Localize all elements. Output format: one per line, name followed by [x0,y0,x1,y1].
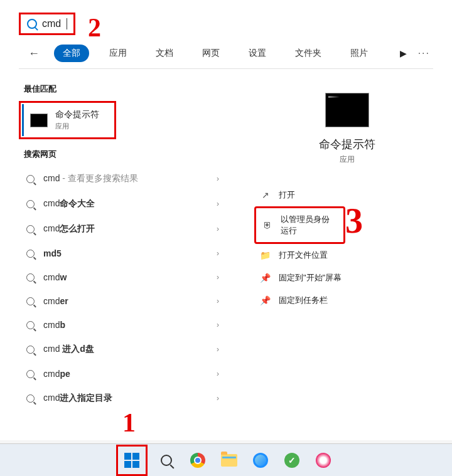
filter-tabs: ← 全部 应用 文档 网页 设置 文件夹 照片 ▶ ··· [0,45,452,68]
result-text: cmd怎么打开 [43,223,95,235]
shield-icon: ⛨ [262,221,272,230]
action-label: 固定到任务栏 [279,295,328,306]
taskbar-security[interactable]: ✓ [279,448,304,473]
best-match-item[interactable]: 命令提示符 应用 [19,101,116,139]
search-icon [26,394,35,403]
search-input[interactable]: cmd [42,18,67,29]
taskbar-search[interactable] [154,448,179,473]
result-text: cmdw [43,272,67,282]
preview-app-icon [325,93,369,127]
chevron-right-icon: › [217,345,219,354]
action-label: 固定到"开始"屏幕 [279,272,342,283]
divider [19,68,433,69]
back-arrow-icon[interactable]: ← [28,47,40,60]
chevron-right-icon: › [217,199,219,208]
search-result-row[interactable]: cmd怎么打开› [19,216,235,241]
taskbar-chrome[interactable] [185,448,210,473]
search-result-row[interactable]: md5› [19,241,235,265]
action-pin-start[interactable]: 📌 固定到"开始"屏幕 [254,267,439,289]
action-run-as-admin[interactable]: ⛨ 以管理员身份运行 [254,206,345,244]
search-icon [26,273,35,282]
tab-apps[interactable]: 应用 [100,45,136,62]
search-icon [26,321,35,329]
folder-icon: 📁 [261,251,270,260]
section-web-search: 搜索网页 [19,149,235,160]
cortana-icon [316,453,331,468]
search-result-row[interactable]: cmdb› [19,313,235,337]
best-match-sub: 应用 [55,122,99,131]
tab-folders[interactable]: 文件夹 [286,45,330,62]
windows-logo-icon [124,453,139,468]
search-icon [26,200,35,208]
tab-settings[interactable]: 设置 [240,45,275,62]
taskbar: ✓ [0,443,452,476]
pin-icon: 📌 [261,273,270,283]
more-icon[interactable]: ··· [418,48,430,59]
preview-title: 命令提示符 [254,137,439,152]
tab-all[interactable]: 全部 [54,45,89,62]
result-text: cmdpe [43,369,70,379]
chevron-right-icon: › [217,273,219,282]
chevron-right-icon: › [217,369,219,378]
search-result-row[interactable]: cmdw› [19,265,235,289]
result-text: cmder [43,296,68,306]
ie-icon [253,453,268,468]
chevron-right-icon: › [217,297,219,305]
tab-photos[interactable]: 照片 [342,45,377,62]
chevron-right-icon: › [217,249,219,258]
start-button-highlight [116,445,148,476]
search-result-row[interactable]: cmdpe› [19,362,235,386]
action-open[interactable]: ↗ 打开 [254,184,439,206]
start-button[interactable] [119,448,144,473]
tab-web[interactable]: 网页 [193,45,229,62]
result-text: cmd进入指定目录 [43,393,112,404]
chevron-right-icon: › [217,320,219,329]
security-icon: ✓ [284,453,299,468]
action-label: 打开 [279,189,295,201]
best-match-title: 命令提示符 [55,109,99,120]
folder-icon [221,454,237,467]
open-icon: ↗ [261,191,270,200]
preview-sub: 应用 [254,154,439,165]
search-icon [26,250,35,258]
taskbar-cortana[interactable] [311,448,336,473]
result-text: md5 [43,248,62,258]
search-icon [26,370,35,378]
search-icon [26,175,35,183]
pin-icon: 📌 [261,296,270,305]
search-result-row[interactable]: cmd - 查看更多搜索结果› [19,166,235,191]
action-label: 打开文件位置 [279,250,328,261]
action-label: 以管理员身份运行 [281,214,337,236]
tab-docs[interactable]: 文档 [147,45,182,62]
taskbar-ie[interactable] [248,448,273,473]
chevron-right-icon: › [217,174,219,183]
chrome-icon [190,453,205,468]
annotation-2: 2 [88,13,101,43]
search-icon [26,346,35,354]
result-text: cmdb [43,320,65,330]
cmd-icon [30,114,48,127]
result-text: cmd 进入d盘 [43,344,94,355]
search-icon [26,297,35,305]
annotation-3: 3 [345,201,363,241]
taskbar-explorer[interactable] [217,448,242,473]
search-result-row[interactable]: cmd进入指定目录› [19,386,235,411]
search-result-row[interactable]: cmd 进入d盘› [19,337,235,362]
search-icon [161,455,172,466]
play-icon[interactable]: ▶ [400,48,407,58]
search-icon [27,19,37,29]
chevron-right-icon: › [217,225,219,233]
search-result-row[interactable]: cmd命令大全› [19,191,235,216]
result-text: cmd - 查看更多搜索结果 [43,173,138,184]
search-icon [26,225,35,233]
chevron-right-icon: › [217,394,219,403]
search-result-row[interactable]: cmder› [19,289,235,313]
result-text: cmd命令大全 [43,198,95,209]
action-open-location[interactable]: 📁 打开文件位置 [254,244,439,267]
search-bar[interactable]: cmd [19,13,75,35]
action-pin-taskbar[interactable]: 📌 固定到任务栏 [254,289,439,312]
section-best-match: 最佳匹配 [19,83,235,95]
